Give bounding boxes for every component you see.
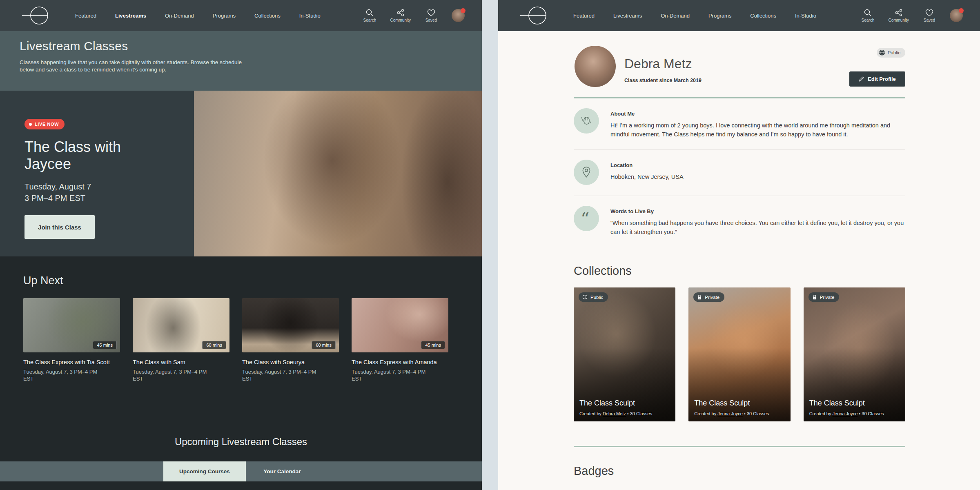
notification-dot xyxy=(461,8,466,13)
collections-heading: Collections xyxy=(574,264,905,278)
page-subtitle: Classes happening live that you can take… xyxy=(20,59,254,74)
lock-icon xyxy=(812,294,817,300)
collection-cards: Public The Class Sculpt Created by Debra… xyxy=(574,287,905,421)
words-to-live-by-section: “ Words to Live By “When something bad h… xyxy=(574,196,905,247)
collection-card[interactable]: Private The Class Sculpt Created by Jenn… xyxy=(688,287,790,421)
globe-icon xyxy=(582,294,588,300)
nav-item-livestreams[interactable]: Livestreams xyxy=(115,13,146,19)
collection-card[interactable]: Public The Class Sculpt Created by Debra… xyxy=(574,287,675,421)
tab-upcoming-courses[interactable]: Upcoming Courses xyxy=(163,461,246,481)
profile-page-panel: Featured Livestreams On-Demand Programs … xyxy=(498,0,980,490)
class-thumbnail: 45 mins xyxy=(23,298,120,352)
lock-icon xyxy=(697,294,702,300)
class-card[interactable]: 60 mins The Class with Soeurya Tuesday, … xyxy=(242,298,339,382)
search-icon xyxy=(864,9,872,17)
nav-item-collections[interactable]: Collections xyxy=(254,13,281,19)
nav-item-programs[interactable]: Programs xyxy=(708,13,731,19)
nav-item-in-studio[interactable]: In-Studio xyxy=(299,13,321,19)
collection-visibility-badge: Public xyxy=(579,292,608,302)
visibility-label: Public xyxy=(888,50,900,55)
collection-title: The Class Sculpt xyxy=(809,399,865,408)
saved-button[interactable]: Saved xyxy=(422,9,440,22)
profile-body: Debra Metz Class student since March 201… xyxy=(498,31,980,478)
map-pin-icon xyxy=(574,160,599,185)
livestreams-page-panel: Featured Livestreams On-Demand Programs … xyxy=(0,0,482,490)
collection-meta: Created by Jenna Joyce • 30 Classes xyxy=(694,411,769,416)
classes-count: 30 Classes xyxy=(630,411,652,416)
class-thumbnail: 60 mins xyxy=(133,298,229,352)
about-me-text: Hi! I’m a working mom of 2 young boys. I… xyxy=(610,121,905,139)
community-label: Community xyxy=(390,18,411,22)
profile-visibility-badge: Public xyxy=(877,48,905,58)
classes-count: 30 Classes xyxy=(862,411,884,416)
pencil-icon xyxy=(859,76,864,82)
class-thumbnail: 45 mins xyxy=(352,298,448,352)
community-button[interactable]: Community xyxy=(888,9,909,22)
class-card[interactable]: 60 mins The Class with Sam Tuesday, Augu… xyxy=(133,298,229,382)
upcoming-tab-bar: Upcoming Courses Your Calendar xyxy=(0,461,482,481)
search-button[interactable]: Search xyxy=(859,9,877,22)
meta-separator: • xyxy=(627,411,629,416)
nav-actions: Search Community Saved xyxy=(859,9,963,22)
nav-menu: Featured Livestreams On-Demand Programs … xyxy=(573,13,816,19)
page-title: Livestream Classes xyxy=(20,39,462,53)
upcoming-livestream-heading: Upcoming Livestream Classes xyxy=(0,436,482,448)
heart-icon xyxy=(427,9,435,17)
class-card[interactable]: 45 mins The Class Express with Amanda Tu… xyxy=(352,298,448,382)
creator-link[interactable]: Jenna Joyce xyxy=(717,411,743,416)
meta-separator: • xyxy=(859,411,860,416)
member-since: Class student since March 2019 xyxy=(624,78,702,83)
top-nav-right: Featured Livestreams On-Demand Programs … xyxy=(498,0,980,31)
class-card-title: The Class with Soeurya xyxy=(242,359,339,365)
community-icon xyxy=(895,9,903,17)
join-class-button[interactable]: Join this Class xyxy=(24,215,95,239)
the-class-logo-icon xyxy=(19,5,56,26)
saved-label: Saved xyxy=(924,18,935,22)
class-card[interactable]: 45 mins The Class Express with Tia Scott… xyxy=(23,298,120,382)
location-text: Hoboken, New Jersey, USA xyxy=(610,172,684,181)
nav-item-programs[interactable]: Programs xyxy=(213,13,236,19)
nav-item-on-demand[interactable]: On-Demand xyxy=(661,13,690,19)
collection-visibility-badge: Private xyxy=(693,292,724,302)
nav-item-in-studio[interactable]: In-Studio xyxy=(795,13,816,19)
the-class-logo-icon xyxy=(517,5,555,26)
search-label: Search xyxy=(363,18,376,22)
nav-item-collections[interactable]: Collections xyxy=(750,13,776,19)
search-button[interactable]: Search xyxy=(361,9,379,22)
badges-heading: Badges xyxy=(574,464,905,478)
saved-button[interactable]: Saved xyxy=(920,9,938,22)
collection-meta: Created by Jenna Joyce • 30 Classes xyxy=(809,411,884,416)
creator-link[interactable]: Debra Metz xyxy=(603,411,626,416)
nav-item-featured[interactable]: Featured xyxy=(573,13,595,19)
nav-actions: Search Community Saved xyxy=(361,9,465,22)
duration-badge: 60 mins xyxy=(202,341,226,349)
about-me-label: About Me xyxy=(610,111,905,117)
search-label: Search xyxy=(862,18,875,22)
community-button[interactable]: Community xyxy=(390,9,411,22)
class-card-schedule: Tuesday, August 7, 3 PM–4 PM EST xyxy=(133,368,210,382)
nav-item-featured[interactable]: Featured xyxy=(75,13,96,19)
hero-class-title: The Class with Jaycee xyxy=(24,138,147,173)
edit-profile-button[interactable]: Edit Profile xyxy=(849,71,905,87)
hero-content: LIVE NOW The Class with Jaycee Tuesday, … xyxy=(24,91,147,239)
class-card-schedule: Tuesday, August 7, 3 PM–4 PM EST xyxy=(242,368,320,382)
collection-meta: Created by Debra Metz • 30 Classes xyxy=(579,411,652,416)
class-card-title: The Class with Sam xyxy=(133,359,229,365)
created-by-label: Created by xyxy=(809,411,831,416)
saved-label: Saved xyxy=(425,18,437,22)
location-label: Location xyxy=(610,162,684,168)
community-icon xyxy=(396,9,405,17)
collection-card[interactable]: Private The Class Sculpt Created by Jenn… xyxy=(804,287,905,421)
user-avatar[interactable] xyxy=(950,9,963,22)
brand-logo[interactable] xyxy=(517,5,555,26)
creator-link[interactable]: Jenna Joyce xyxy=(833,411,858,416)
tab-your-calendar[interactable]: Your Calendar xyxy=(246,461,318,481)
user-avatar[interactable] xyxy=(452,9,465,22)
nav-item-on-demand[interactable]: On-Demand xyxy=(165,13,194,19)
brand-logo[interactable] xyxy=(19,5,56,26)
created-by-label: Created by xyxy=(579,411,601,416)
hero-date: Tuesday, August 7 xyxy=(24,181,147,192)
nav-item-livestreams[interactable]: Livestreams xyxy=(613,13,642,19)
profile-avatar[interactable] xyxy=(575,46,616,87)
collection-title: The Class Sculpt xyxy=(694,399,750,408)
